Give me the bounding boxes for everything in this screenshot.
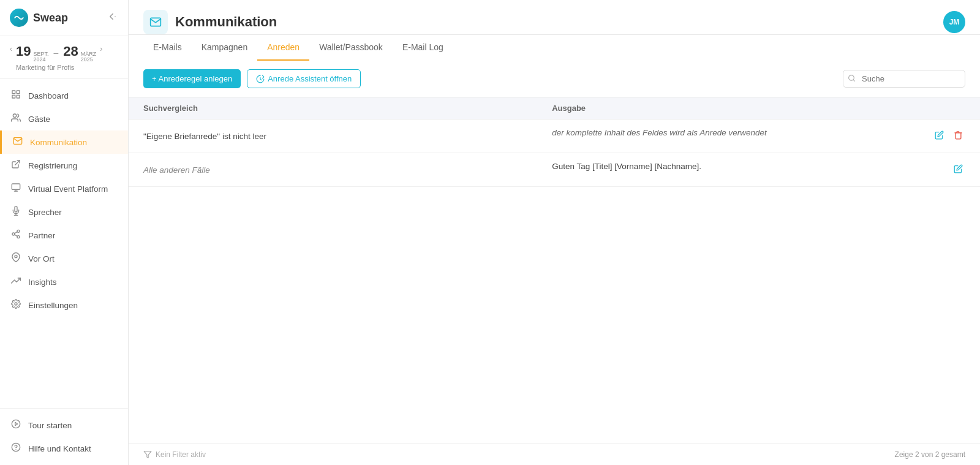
sidebar-item-dashboard[interactable]: Dashboard xyxy=(0,84,128,107)
main-header: Kommunikation JM xyxy=(129,0,980,35)
settings-icon xyxy=(10,299,22,311)
cell-suchvergleich-2: Alle anderen Fälle xyxy=(129,153,537,187)
date-subtitle: Marketing für Profis xyxy=(16,64,96,71)
filter-icon xyxy=(143,450,152,459)
sidebar-item-label-einstellungen: Einstellungen xyxy=(28,301,78,310)
svg-point-5 xyxy=(13,114,16,117)
svg-rect-2 xyxy=(17,91,20,94)
external-link-icon xyxy=(10,159,22,172)
date-next-arrow[interactable]: › xyxy=(100,45,102,53)
end-date-label: MÄRZ 2025 xyxy=(81,51,97,62)
sidebar-bottom: Tour starten Hilfe und Kontakt xyxy=(0,408,128,465)
anreden-table: Suchvergleich Ausgabe "Eigene Briefanred… xyxy=(129,97,980,187)
sidebar: Sweap ‹ 19 SEPT. 2024 – 28 MÄRZ 2025 xyxy=(0,0,129,465)
sidebar-item-kommunikation[interactable]: Kommunikation xyxy=(0,130,128,154)
sidebar-item-label-partner: Partner xyxy=(28,231,55,240)
sidebar-item-label-gaeste: Gäste xyxy=(28,115,50,124)
share-icon xyxy=(10,229,22,241)
edit-button-1[interactable] xyxy=(932,128,946,144)
svg-point-17 xyxy=(15,255,17,258)
row-actions-2 xyxy=(951,162,965,178)
main-title-row: Kommunikation xyxy=(143,10,277,34)
cell-suchvergleich-1: "Eigene Briefanrede" ist nicht leer xyxy=(129,119,537,153)
sidebar-item-hilfe[interactable]: Hilfe und Kontakt xyxy=(0,437,128,460)
date-range: ‹ 19 SEPT. 2024 – 28 MÄRZ 2025 Marketing… xyxy=(0,36,128,79)
sidebar-item-partner[interactable]: Partner xyxy=(0,224,128,247)
sidebar-item-registrierung[interactable]: Registrierung xyxy=(0,154,128,177)
search-box xyxy=(843,70,965,88)
sidebar-item-sprecher[interactable]: Sprecher xyxy=(0,200,128,224)
svg-line-6 xyxy=(15,161,20,165)
sidebar-item-label-vor-ort: Vor Ort xyxy=(28,254,55,263)
delete-button-1[interactable] xyxy=(951,128,965,144)
svg-rect-4 xyxy=(12,95,15,98)
col-suchvergleich: Suchvergleich xyxy=(129,97,537,119)
sidebar-nav: Dashboard Gäste Kommunikation Registrier… xyxy=(0,79,128,408)
tab-email-log[interactable]: E-Mail Log xyxy=(393,35,453,61)
row-actions-1 xyxy=(932,128,965,144)
mic-icon xyxy=(10,206,22,218)
svg-line-16 xyxy=(15,232,18,233)
tabs-bar: E-Mails Kampagnen Anreden Wallet/Passboo… xyxy=(129,35,980,61)
filter-label: Kein Filter aktiv xyxy=(156,450,206,459)
col-ausgabe: Ausgabe xyxy=(537,97,980,119)
play-circle-icon xyxy=(10,419,22,431)
edit-button-2[interactable] xyxy=(951,162,965,178)
svg-rect-7 xyxy=(12,184,20,189)
table-row: Alle anderen Fälle Guten Tag [Titel] [Vo… xyxy=(129,153,980,187)
user-avatar[interactable]: JM xyxy=(943,11,965,33)
search-icon xyxy=(848,74,856,84)
svg-marker-20 xyxy=(15,422,18,425)
logo-text: Sweap xyxy=(33,12,68,25)
sidebar-item-vor-ort[interactable]: Vor Ort xyxy=(0,247,128,270)
sidebar-item-label-hilfe: Hilfe und Kontakt xyxy=(28,444,91,453)
logo-icon xyxy=(10,9,28,27)
users-icon xyxy=(10,113,22,125)
sidebar-header: Sweap xyxy=(0,0,128,36)
sidebar-item-einstellungen[interactable]: Einstellungen xyxy=(0,293,128,317)
toolbar: + Anrederegel anlegen Anrede Assistent ö… xyxy=(129,61,980,97)
toolbar-left: + Anrederegel anlegen Anrede Assistent ö… xyxy=(143,69,361,88)
sidebar-item-tour[interactable]: Tour starten xyxy=(0,414,128,437)
trending-up-icon xyxy=(10,276,22,288)
sidebar-item-label-virtual: Virtual Event Platform xyxy=(28,184,108,194)
svg-marker-25 xyxy=(144,452,151,458)
table-container: Suchvergleich Ausgabe "Eigene Briefanred… xyxy=(129,97,980,444)
tab-anreden[interactable]: Anreden xyxy=(257,35,309,61)
main-content: Kommunikation JM E-Mails Kampagnen Anred… xyxy=(129,0,980,465)
sidebar-item-virtual-event[interactable]: Virtual Event Platform xyxy=(0,177,128,200)
mail-icon xyxy=(12,136,24,148)
filter-badge: Kein Filter aktiv xyxy=(143,450,206,459)
date-separator: – xyxy=(54,48,59,58)
cell-ausgabe-2: Guten Tag [Titel] [Vorname] [Nachname]. xyxy=(537,153,980,187)
svg-line-15 xyxy=(15,235,18,236)
svg-line-24 xyxy=(853,80,854,81)
svg-rect-1 xyxy=(12,91,15,94)
collapse-button[interactable] xyxy=(105,10,118,26)
table-footer: Kein Filter aktiv Zeige 2 von 2 gesamt xyxy=(129,444,980,465)
sidebar-item-insights[interactable]: Insights xyxy=(0,270,128,293)
main-icon xyxy=(143,10,168,34)
open-assistant-button[interactable]: Anrede Assistent öffnen xyxy=(247,69,361,88)
cell-ausgabe-1: der komplette Inhalt des Feldes wird als… xyxy=(537,119,980,153)
search-input[interactable] xyxy=(843,70,965,88)
tab-emails[interactable]: E-Mails xyxy=(143,35,192,61)
tab-kampagnen[interactable]: Kampagnen xyxy=(192,35,258,61)
svg-rect-3 xyxy=(17,95,20,98)
count-label: Zeige 2 von 2 gesamt xyxy=(895,450,965,459)
start-date-num: 19 xyxy=(16,43,31,59)
sidebar-item-label-tour: Tour starten xyxy=(28,421,72,430)
monitor-icon xyxy=(10,183,22,195)
date-prev-arrow[interactable]: ‹ xyxy=(10,45,12,53)
end-date-num: 28 xyxy=(63,43,78,59)
add-rule-button[interactable]: + Anrederegel anlegen xyxy=(143,69,241,88)
table-row: "Eigene Briefanrede" ist nicht leer der … xyxy=(129,119,980,153)
tab-wallet[interactable]: Wallet/Passbook xyxy=(309,35,393,61)
sidebar-item-label-insights: Insights xyxy=(28,278,57,287)
grid-icon xyxy=(10,89,22,102)
help-circle-icon xyxy=(10,442,22,455)
logo[interactable]: Sweap xyxy=(10,9,68,27)
sidebar-item-label-registrierung: Registrierung xyxy=(28,161,77,170)
assistant-icon xyxy=(256,75,265,83)
sidebar-item-gaeste[interactable]: Gäste xyxy=(0,107,128,130)
